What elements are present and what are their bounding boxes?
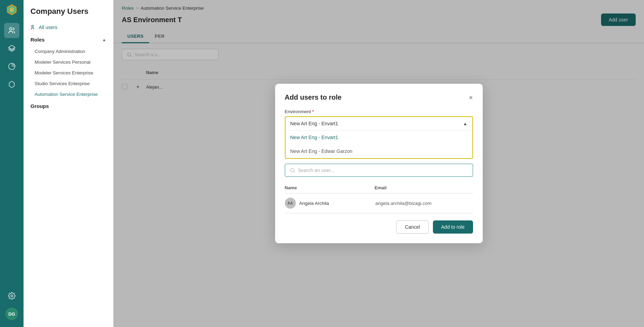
sidebar-item-modeler-personal[interactable]: Modeler Services Personal: [24, 57, 113, 67]
sidebar: Company Users All users Roles ▲ Company …: [24, 0, 114, 327]
studio-enterprise-label: Studio Services Enterprise: [35, 81, 90, 86]
modal-footer: Cancel Add to role: [285, 213, 473, 234]
sidebar-item-automation-enterprise[interactable]: Automation Service Enterprise: [24, 89, 113, 100]
svg-point-11: [290, 168, 294, 172]
main-content: Roles > Automation Service Enterprise AS…: [114, 0, 644, 327]
hexagon-nav-icon[interactable]: [4, 77, 19, 92]
automation-enterprise-label: Automation Service Enterprise: [35, 92, 98, 97]
env-dropdown-selected[interactable]: New Art Eng - Envart1 ▲: [285, 117, 472, 130]
svg-point-8: [31, 25, 33, 27]
env-options-list: New Art Eng - Envart1 New Art Eng - Edwa…: [285, 130, 472, 158]
modeler-personal-label: Modeler Services Personal: [35, 60, 90, 65]
all-users-icon: [30, 25, 36, 30]
add-to-role-button[interactable]: Add to role: [433, 220, 473, 234]
modal-col-email-header: Email: [375, 185, 473, 190]
groups-section-label: Groups: [30, 103, 49, 109]
user-search-icon: [290, 168, 295, 173]
env-required-star: *: [312, 109, 314, 114]
all-users-label: All users: [39, 25, 57, 30]
svg-line-12: [293, 171, 294, 172]
modal-users-table: Name Email AA Angela Archila angela.arch…: [285, 182, 473, 213]
settings-nav-icon[interactable]: [4, 288, 19, 303]
svg-point-7: [11, 295, 13, 297]
modal-header: Add users to role ×: [285, 93, 473, 101]
modal-close-button[interactable]: ×: [469, 94, 473, 101]
chevron-up-icon: ▲: [102, 37, 106, 42]
env-dropdown-wrapper: New Art Eng - Envart1 ▲ New Art Eng - En…: [285, 116, 473, 159]
env-option-0[interactable]: New Art Eng - Envart1: [285, 130, 472, 144]
sidebar-item-company-admin[interactable]: Company Administration: [24, 46, 113, 57]
modal-title: Add users to role: [285, 93, 342, 101]
sidebar-title: Company Users: [24, 7, 113, 21]
svg-point-3: [10, 28, 12, 30]
env-selected-value: New Art Eng - Envart1: [290, 121, 338, 126]
modal-col-name-header: Name: [285, 185, 375, 190]
svg-marker-6: [9, 81, 15, 88]
user-name-0: Angela Archila: [299, 201, 375, 206]
modeler-enterprise-label: Modeler Services Enterprise: [35, 70, 93, 75]
company-admin-label: Company Administration: [35, 49, 85, 54]
environment-field: Environment * New Art Eng - Envart1 ▲ Ne…: [285, 109, 473, 160]
modal-overlay: Add users to role × Environment * New Ar…: [114, 0, 644, 327]
left-navbar: DG: [0, 0, 24, 327]
user-avatar[interactable]: DG: [6, 308, 18, 320]
roles-section-label: Roles: [30, 37, 45, 43]
sidebar-groups-section[interactable]: Groups: [24, 100, 113, 112]
chart-nav-icon[interactable]: [4, 59, 19, 74]
cancel-button[interactable]: Cancel: [396, 220, 429, 234]
modal-user-row-0[interactable]: AA Angela Archila angela.archila@bizagi.…: [285, 193, 473, 213]
app-logo[interactable]: [6, 3, 18, 17]
layers-nav-icon[interactable]: [4, 41, 19, 56]
sidebar-item-all-users[interactable]: All users: [24, 21, 113, 33]
users-nav-icon[interactable]: [4, 23, 19, 38]
env-label: Environment *: [285, 109, 473, 114]
chevron-up-dropdown-icon: ▲: [463, 121, 468, 126]
env-option-1[interactable]: New Art Eng - Edwar Garzon: [285, 144, 472, 158]
modal-table-header: Name Email: [285, 182, 473, 193]
user-search-box[interactable]: Search an user...: [285, 164, 473, 177]
add-users-modal: Add users to role × Environment * New Ar…: [275, 84, 483, 243]
sidebar-item-modeler-enterprise[interactable]: Modeler Services Enterprise: [24, 67, 113, 78]
user-search-placeholder: Search an user...: [298, 167, 335, 173]
sidebar-item-studio-enterprise[interactable]: Studio Services Enterprise: [24, 78, 113, 89]
sidebar-roles-section[interactable]: Roles ▲: [24, 33, 113, 46]
user-email-0: angela.archila@bizagi.com: [375, 201, 473, 206]
user-avatar-aa: AA: [285, 198, 296, 209]
